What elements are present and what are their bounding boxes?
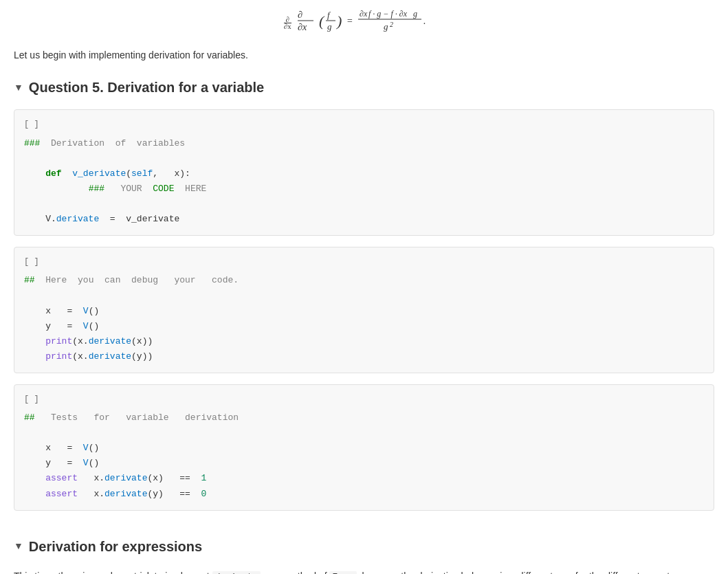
code-block-3[interactable]: ## Tests for variable derivation x = V()…	[24, 410, 704, 502]
svg-text:g: g	[327, 21, 332, 32]
derivation-collapse-arrow: ▼	[14, 538, 23, 553]
question5-title: Question 5. Derivation for a variable	[29, 76, 264, 98]
code-cell-2: [ ] ## Here you can debug your code. x =…	[14, 247, 714, 373]
svg-text:): )	[335, 12, 342, 30]
svg-text:=: =	[346, 16, 353, 26]
svg-text:g: g	[413, 9, 417, 19]
svg-text:∂x: ∂x	[360, 9, 368, 19]
svg-text:f · g  −  f · ∂x: f · g − f · ∂x	[368, 9, 408, 19]
formula-display: ∂ ∂x ∂ ∂x ( f g ) = ∂x f · g − f · ∂x g …	[283, 15, 445, 27]
derivation-section-title: Derivation for expressions	[29, 536, 202, 558]
divider	[14, 522, 714, 529]
svg-text:∂: ∂	[298, 10, 302, 20]
svg-text:g: g	[384, 21, 388, 32]
code-cell-1: [ ] ### Derivation of variables def v_de…	[14, 109, 714, 236]
cell-bracket-3: [ ]	[24, 393, 704, 406]
intro-text: Let us begin with implementing derivatio…	[14, 47, 714, 63]
collapse-arrow: ▼	[14, 80, 23, 95]
code-derivate-1: derivate	[212, 571, 261, 574]
cell-bracket-2: [ ]	[24, 256, 704, 269]
svg-text:f: f	[327, 10, 331, 20]
derivation-section-heading[interactable]: ▼ Derivation for expressions	[14, 536, 714, 558]
code-cell-3: [ ] ## Tests for variable derivation x =…	[14, 384, 714, 511]
svg-text:.: .	[423, 16, 426, 26]
svg-text:2: 2	[390, 21, 393, 28]
math-formula-area: ∂ ∂x ∂ ∂x ( f g ) = ∂x f · g − f · ∂x g …	[14, 0, 714, 42]
svg-text:∂x: ∂x	[298, 22, 307, 32]
code-block-2[interactable]: ## Here you can debug your code. x = V()…	[24, 273, 704, 364]
question5-heading[interactable]: ▼ Question 5. Derivation for a variable	[14, 76, 714, 98]
cell-bracket-1: [ ]	[24, 118, 704, 131]
code-expr: Expr	[329, 571, 356, 574]
svg-text:(: (	[319, 12, 325, 30]
code-block-1[interactable]: ### Derivation of variables def v_deriva…	[24, 136, 704, 228]
derivation-section-paragraph: This time, there is no clever trick to i…	[14, 569, 714, 574]
